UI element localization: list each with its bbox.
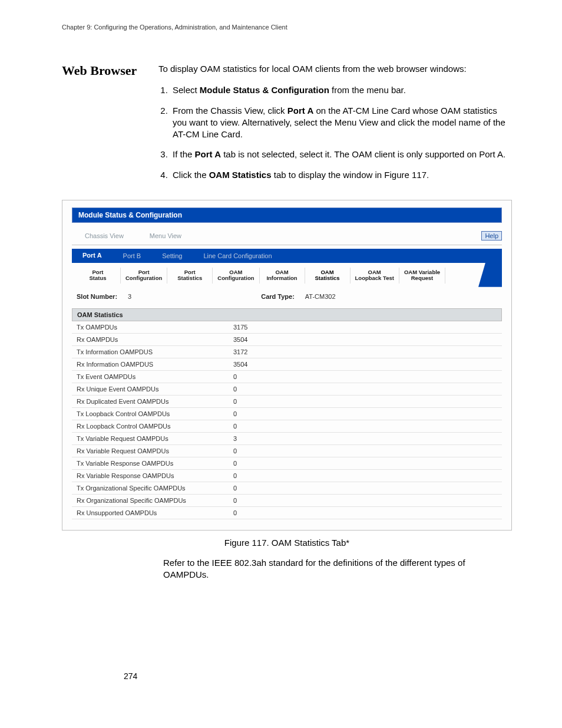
table-row: Rx Information OAMPDUS3504 xyxy=(72,358,502,370)
subtab-oam-statistics[interactable]: OAM Statistics xyxy=(305,268,351,284)
table-row: Rx OAMPDUs3504 xyxy=(72,333,502,345)
tab-setting[interactable]: Setting xyxy=(151,250,193,262)
stat-label: Rx Unique Event OAMPDUs xyxy=(72,383,229,395)
stat-label: Tx OAMPDUs xyxy=(72,321,229,334)
oam-statistics-table: Tx OAMPDUs3175Rx OAMPDUs3504Tx Informati… xyxy=(72,321,502,519)
tab-port-b[interactable]: Port B xyxy=(113,250,152,262)
table-row: Tx Variable Request OAMPDUs3 xyxy=(72,432,502,444)
stat-value: 0 xyxy=(229,383,502,395)
step-2: From the Chassis View, click Port A on t… xyxy=(170,105,512,141)
table-row: Rx Unsupported OAMPDUs0 xyxy=(72,506,502,519)
step-4: Click the OAM Statistics tab to display … xyxy=(170,169,512,181)
stat-label: Rx Duplicated Event OAMPDUs xyxy=(72,395,229,407)
table-row: Tx Organizational Specific OAMPDUs0 xyxy=(72,482,502,494)
stat-value: 0 xyxy=(229,482,502,494)
subtab-oam-variable-request[interactable]: OAM Variable Request xyxy=(399,268,445,284)
oam-statistics-header: OAM Statistics xyxy=(72,308,502,321)
table-row: Tx Event OAMPDUs0 xyxy=(72,370,502,383)
subtab-port-configuration[interactable]: Port Configuration xyxy=(121,268,167,284)
stat-value: 0 xyxy=(229,469,502,482)
stat-value: 0 xyxy=(229,494,502,506)
stat-label: Rx Loopback Control OAMPDUs xyxy=(72,420,229,432)
table-row: Tx OAMPDUs3175 xyxy=(72,321,502,334)
info-row: Slot Number:3 Card Type:AT-CM302 xyxy=(72,287,502,304)
below-text: Refer to the IEEE 802.3ah standard for t… xyxy=(163,557,512,581)
page-number: 274 xyxy=(124,671,137,681)
stat-value: 3172 xyxy=(229,345,502,358)
table-row: Tx Loopback Control OAMPDUs0 xyxy=(72,407,502,420)
stat-value: 3504 xyxy=(229,333,502,345)
slot-number-label: Slot Number: xyxy=(77,293,117,300)
nav-chassis-view[interactable]: Chassis View xyxy=(72,231,137,241)
stat-value: 0 xyxy=(229,370,502,383)
intro-text: To display OAM statistics for local OAM … xyxy=(158,63,512,75)
table-row: Tx Variable Response OAMPDUs0 xyxy=(72,457,502,469)
stat-value: 0 xyxy=(229,395,502,407)
stat-label: Rx Variable Response OAMPDUs xyxy=(72,469,229,482)
stat-label: Rx Information OAMPDUS xyxy=(72,358,229,370)
stat-label: Tx Information OAMPDUS xyxy=(72,345,229,358)
card-type-value: AT-CM302 xyxy=(305,293,336,300)
table-row: Rx Duplicated Event OAMPDUs0 xyxy=(72,395,502,407)
card-type-label: Card Type: xyxy=(261,293,295,300)
screenshot-figure: Module Status & Configuration Chassis Vi… xyxy=(62,200,512,531)
figure-caption: Figure 117. OAM Statistics Tab* xyxy=(62,538,512,548)
step-1: Select Module Status & Configuration fro… xyxy=(170,84,512,96)
stat-label: Rx Variable Request OAMPDUs xyxy=(72,444,229,457)
stat-label: Tx Variable Request OAMPDUs xyxy=(72,432,229,444)
table-row: Rx Unique Event OAMPDUs0 xyxy=(72,383,502,395)
subtab-oam-information[interactable]: OAM Information xyxy=(260,268,305,284)
table-row: Rx Variable Request OAMPDUs0 xyxy=(72,444,502,457)
module-title-bar: Module Status & Configuration xyxy=(72,207,502,223)
stat-label: Rx Organizational Specific OAMPDUs xyxy=(72,494,229,506)
stat-value: 3504 xyxy=(229,358,502,370)
nav-menu-view[interactable]: Menu View xyxy=(137,231,194,241)
stat-value: 3 xyxy=(229,432,502,444)
section-title: Web Browser xyxy=(62,63,144,189)
subtab-oam-loopback-test[interactable]: OAM Loopback Test xyxy=(351,268,399,284)
tab-line-card-config[interactable]: Line Card Configuration xyxy=(193,250,282,262)
stat-label: Rx Unsupported OAMPDUs xyxy=(72,506,229,519)
help-button[interactable]: Help xyxy=(481,231,502,241)
stat-label: Tx Event OAMPDUs xyxy=(72,370,229,383)
sub-tab-strip: Port Status Port Configuration Port Stat… xyxy=(72,263,502,287)
table-row: Tx Information OAMPDUS3172 xyxy=(72,345,502,358)
chapter-header: Chapter 9: Configuring the Operations, A… xyxy=(62,24,512,31)
subtab-port-status[interactable]: Port Status xyxy=(75,268,121,284)
tab-port-a[interactable]: Port A xyxy=(72,249,113,261)
stat-value: 0 xyxy=(229,506,502,519)
stat-value: 0 xyxy=(229,420,502,432)
stat-value: 0 xyxy=(229,457,502,469)
table-row: Rx Variable Response OAMPDUs0 xyxy=(72,469,502,482)
port-tabs: Port A Port B Setting Line Card Configur… xyxy=(72,249,502,263)
subtab-oam-configuration[interactable]: OAM Configuration xyxy=(213,268,259,284)
steps-list: Select Module Status & Configuration fro… xyxy=(158,84,512,181)
stat-label: Tx Loopback Control OAMPDUs xyxy=(72,407,229,420)
step-3: If the Port A tab is not selected, selec… xyxy=(170,149,512,160)
stat-label: Tx Variable Response OAMPDUs xyxy=(72,457,229,469)
stat-value: 3175 xyxy=(229,321,502,334)
subtab-port-statistics[interactable]: Port Statistics xyxy=(167,268,213,284)
stat-label: Rx OAMPDUs xyxy=(72,333,229,345)
stat-value: 0 xyxy=(229,407,502,420)
stat-label: Tx Organizational Specific OAMPDUs xyxy=(72,482,229,494)
nav-row: Chassis View Menu View Help xyxy=(72,228,502,245)
slot-number-value: 3 xyxy=(128,293,131,300)
table-row: Rx Loopback Control OAMPDUs0 xyxy=(72,420,502,432)
table-row: Rx Organizational Specific OAMPDUs0 xyxy=(72,494,502,506)
stat-value: 0 xyxy=(229,444,502,457)
